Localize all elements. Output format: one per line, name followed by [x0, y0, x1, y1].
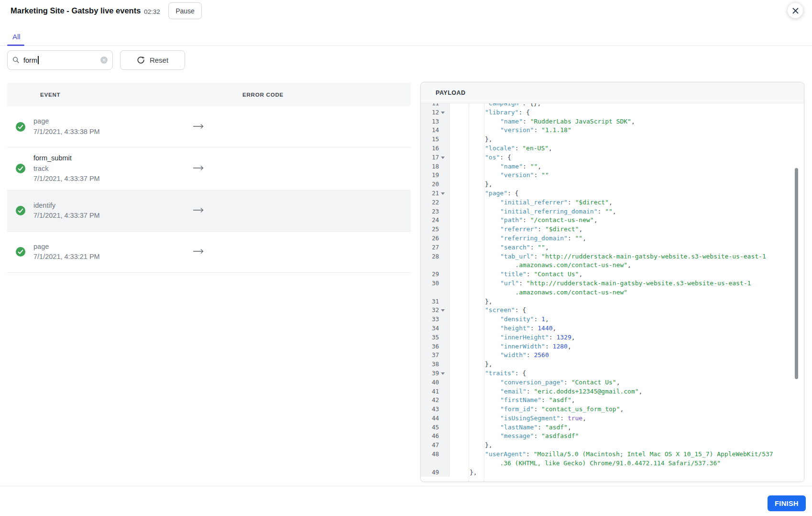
line-number-gutter: 38 — [421, 360, 450, 369]
payload-panel: PAYLOAD 11"campaign": {},12"library": {1… — [420, 82, 804, 482]
close-button[interactable] — [788, 3, 803, 18]
payload-title: PAYLOAD — [436, 90, 466, 96]
line-number-gutter: 46 — [421, 432, 450, 441]
refresh-icon — [137, 56, 145, 64]
line-number-gutter: 18 — [421, 162, 450, 171]
pause-button[interactable]: Pause — [168, 2, 202, 19]
code-line: 12"library": { — [421, 108, 804, 117]
code-line: 38}, — [421, 360, 804, 369]
line-number-gutter: 28 — [421, 252, 450, 261]
finish-button[interactable]: FINISH — [768, 495, 806, 511]
event-timestamp: 7/1/2021, 4:33:21 PM — [33, 252, 411, 262]
page-title: Marketing Site - Gatsby live events — [11, 6, 141, 15]
payload-code-lines: 11"campaign": {},12"library": {13"name":… — [421, 103, 804, 477]
text-cursor — [38, 56, 39, 64]
event-row[interactable]: page7/1/2021, 4:33:38 PM — [7, 106, 411, 147]
line-number-gutter: 11 — [421, 103, 450, 108]
code-line: 15}, — [421, 135, 804, 144]
line-number-gutter: 19 — [421, 171, 450, 180]
line-number-gutter: 32 — [421, 306, 450, 315]
code-line: 31}, — [421, 297, 804, 306]
line-number-gutter: 49 — [421, 468, 450, 477]
line-number-gutter: 37 — [421, 351, 450, 360]
tab-all[interactable]: All — [12, 33, 21, 41]
code-line: 35"innerHeight": 1329, — [421, 333, 804, 342]
code-line: 32"screen": { — [421, 306, 804, 315]
line-number-gutter — [421, 261, 450, 270]
line-number-gutter: 14 — [421, 126, 450, 135]
footer-divider — [0, 486, 812, 486]
line-number-gutter: 44 — [421, 414, 450, 423]
arrow-right-icon — [193, 123, 204, 131]
code-line: 17"os": { — [421, 153, 804, 162]
event-name: page — [33, 116, 411, 127]
code-line: 23"initial_referring_domain": "", — [421, 207, 804, 216]
code-line: .amazonaws.com/contact-us-new" — [421, 288, 804, 297]
line-number-gutter: 17 — [421, 153, 450, 162]
clear-search-icon[interactable]: ✕ — [100, 56, 108, 64]
code-line: 41"email": "eric.dodds+12345@gmail.com", — [421, 387, 804, 396]
event-row[interactable]: page7/1/2021, 4:33:21 PM — [7, 232, 411, 273]
code-line: 46"message": "asdfasdf" — [421, 432, 804, 441]
line-number-gutter: 25 — [421, 225, 450, 234]
code-line: 18"name": "", — [421, 162, 804, 171]
code-line: .36 (KHTML, like Gecko) Chrome/91.0.4472… — [421, 459, 804, 468]
fold-collapse-icon[interactable] — [441, 309, 445, 312]
line-number-gutter: 40 — [421, 378, 450, 387]
line-number-gutter: 12 — [421, 108, 450, 117]
fold-collapse-icon[interactable] — [441, 157, 445, 159]
line-number-gutter: 16 — [421, 144, 450, 153]
arrow-right-icon — [193, 164, 204, 173]
code-line: 28"tab_url": "http://rudderstack-main-ga… — [421, 252, 804, 261]
code-line: 48"userAgent": "Mozilla/5.0 (Macintosh; … — [421, 450, 804, 459]
fold-collapse-icon[interactable] — [441, 192, 445, 195]
line-number-gutter — [421, 459, 450, 468]
arrow-right-icon — [193, 206, 204, 215]
code-line: 30"url": "http://rudderstack-main-gatsby… — [421, 279, 804, 288]
line-number-gutter: 20 — [421, 180, 450, 189]
code-line: 40"conversion_page": "Contact Us", — [421, 378, 804, 387]
event-row[interactable]: identify7/1/2021, 4:33:37 PM — [7, 191, 411, 232]
reset-label: Reset — [150, 56, 168, 64]
code-line: 20}, — [421, 180, 804, 189]
line-number-gutter: 13 — [421, 117, 450, 126]
fold-collapse-icon[interactable] — [441, 372, 445, 375]
reset-button[interactable]: Reset — [120, 50, 185, 70]
success-check-icon — [16, 247, 25, 257]
event-table-header: EVENT ERROR CODE — [7, 83, 411, 106]
event-name: page — [33, 242, 411, 252]
code-line: 34"height": 1440, — [421, 324, 804, 333]
line-number-gutter: 43 — [421, 405, 450, 414]
fold-collapse-icon[interactable] — [441, 112, 445, 114]
line-number-gutter: 34 — [421, 324, 450, 333]
code-line: 13"name": "RudderLabs JavaScript SDK", — [421, 117, 804, 126]
line-number-gutter: 24 — [421, 216, 450, 225]
close-icon — [792, 7, 799, 14]
event-row[interactable]: form_submittrack7/1/2021, 4:33:37 PM — [7, 147, 411, 191]
code-line: 39"traits": { — [421, 369, 804, 378]
line-number-gutter: 30 — [421, 279, 450, 288]
search-value: form — [23, 56, 37, 64]
code-line: 36"innerWidth": 1280, — [421, 342, 804, 351]
line-number-gutter: 36 — [421, 342, 450, 351]
code-line: 33"density": 1, — [421, 315, 804, 324]
code-line: 29"title": "Contact Us", — [421, 270, 804, 279]
line-number-gutter: 41 — [421, 387, 450, 396]
code-line: 44"isUsingSegment": true, — [421, 414, 804, 423]
code-line: 37"width": 2560 — [421, 351, 804, 360]
success-check-icon — [16, 206, 25, 215]
code-line: 47}, — [421, 441, 804, 450]
code-line: 24"path": "/contact-us-new", — [421, 216, 804, 225]
code-line: 42"firstName": "asdf", — [421, 396, 804, 405]
search-input[interactable]: form ✕ — [7, 50, 113, 70]
live-events-modal: Marketing Site - Gatsby live events 02:3… — [0, 0, 812, 516]
payload-scrollbar[interactable] — [795, 168, 798, 379]
column-header-error-code: ERROR CODE — [242, 83, 284, 106]
code-line: 49}, — [421, 468, 804, 477]
code-line: .amazonaws.com/contact-us-new", — [421, 261, 804, 270]
line-number-gutter: 27 — [421, 243, 450, 252]
line-number-gutter: 21 — [421, 189, 450, 198]
event-timestamp: 7/1/2021, 4:33:38 PM — [33, 127, 411, 137]
payload-json-viewer[interactable]: 11"campaign": {},12"library": {13"name":… — [421, 103, 804, 482]
tab-all-underline — [7, 45, 24, 46]
